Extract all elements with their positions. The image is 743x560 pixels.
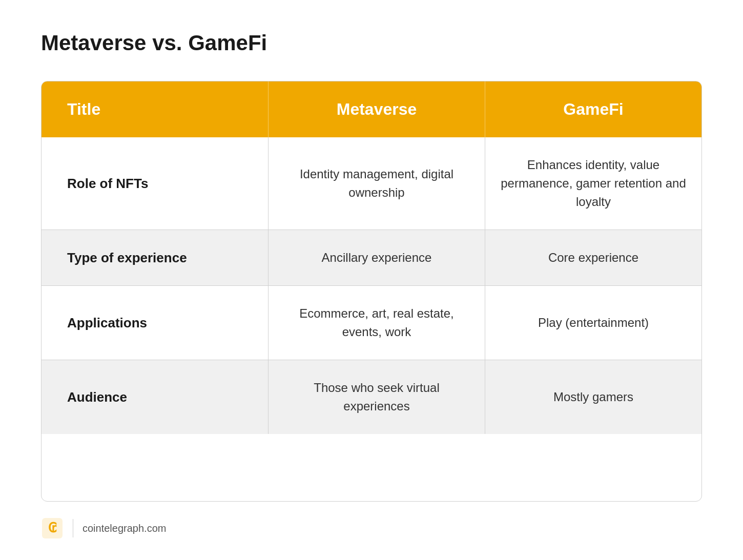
svg-text:₢: ₢: [48, 521, 57, 535]
table-row: Role of NFTs Identity management, digita…: [42, 137, 701, 230]
table-header-row: Title Metaverse GameFi: [42, 81, 701, 137]
page-title: Metaverse vs. GameFi: [41, 31, 702, 55]
data-metaverse-nfts: Identity management, digital ownership: [284, 165, 469, 202]
header-cell-metaverse: Metaverse: [269, 81, 485, 137]
header-cell-gamefi: GameFi: [485, 81, 701, 137]
row-label-audience: Audience: [42, 360, 269, 434]
footer: ₢ cointelegraph.com: [41, 517, 702, 540]
row-gamefi-applications: Play (entertainment): [485, 286, 701, 360]
footer-site: cointelegraph.com: [82, 523, 166, 534]
data-gamefi-audience: Mostly gamers: [553, 388, 633, 406]
row-label-nfts: Role of NFTs: [42, 137, 269, 230]
row-label-applications: Applications: [42, 286, 269, 360]
row-gamefi-nfts: Enhances identity, value permanence, gam…: [485, 137, 701, 230]
row-gamefi-experience: Core experience: [485, 230, 701, 286]
data-metaverse-experience: Ancillary experience: [322, 248, 432, 267]
row-label-experience: Type of experience: [42, 230, 269, 286]
label-applications: Applications: [67, 315, 147, 331]
header-label-gamefi: GameFi: [563, 100, 623, 119]
data-gamefi-applications: Play (entertainment): [538, 314, 649, 332]
row-metaverse-applications: Ecommerce, art, real estate, events, wor…: [269, 286, 485, 360]
row-metaverse-nfts: Identity management, digital ownership: [269, 137, 485, 230]
header-label-title: Title: [67, 100, 100, 119]
row-metaverse-experience: Ancillary experience: [269, 230, 485, 286]
footer-divider: [73, 519, 73, 537]
row-metaverse-audience: Those who seek virtual experiences: [269, 360, 485, 434]
data-metaverse-applications: Ecommerce, art, real estate, events, wor…: [284, 304, 469, 341]
label-nfts: Role of NFTs: [67, 176, 148, 192]
label-audience: Audience: [67, 389, 127, 405]
table-row: Audience Those who seek virtual experien…: [42, 360, 701, 434]
data-gamefi-experience: Core experience: [548, 248, 638, 267]
comparison-table: Title Metaverse GameFi Role of NFTs Iden…: [41, 81, 702, 502]
cointelegraph-logo-icon: ₢: [41, 517, 64, 540]
data-gamefi-nfts: Enhances identity, value permanence, gam…: [501, 156, 686, 211]
row-gamefi-audience: Mostly gamers: [485, 360, 701, 434]
table-row: Type of experience Ancillary experience …: [42, 230, 701, 286]
table-row: Applications Ecommerce, art, real estate…: [42, 286, 701, 360]
header-label-metaverse: Metaverse: [337, 100, 417, 119]
label-experience: Type of experience: [67, 250, 187, 266]
header-cell-title: Title: [42, 81, 269, 137]
data-metaverse-audience: Those who seek virtual experiences: [284, 379, 469, 416]
